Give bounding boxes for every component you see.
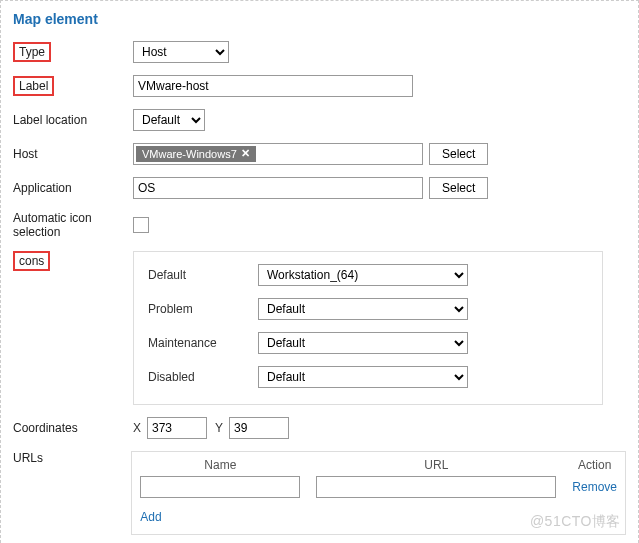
label-label: Label — [13, 76, 54, 96]
urls-header-action: Action — [564, 452, 625, 476]
type-select[interactable]: Host — [133, 41, 229, 63]
host-multiselect[interactable]: VMware-Windows7 ✕ — [133, 143, 423, 165]
label-auto-icon: Automatic icon selection — [13, 211, 133, 239]
urls-header-name: Name — [132, 452, 308, 476]
coord-x-label: X — [133, 421, 141, 435]
host-tag-text: VMware-Windows7 — [142, 148, 237, 160]
url-add-link[interactable]: Add — [140, 510, 161, 524]
application-input[interactable] — [133, 177, 423, 199]
label-type: Type — [13, 42, 51, 62]
coord-y-input[interactable] — [229, 417, 289, 439]
label-coordinates: Coordinates — [13, 421, 133, 435]
icon-disabled-select[interactable]: Default — [258, 366, 468, 388]
host-tag[interactable]: VMware-Windows7 ✕ — [136, 146, 256, 162]
icon-default-select[interactable]: Workstation_(64) — [258, 264, 468, 286]
label-location-select[interactable]: Default — [133, 109, 205, 131]
icon-maintenance-label: Maintenance — [148, 336, 258, 350]
coord-x-input[interactable] — [147, 417, 207, 439]
url-remove-link[interactable]: Remove — [572, 480, 617, 494]
page-title: Map element — [13, 11, 98, 27]
icon-maintenance-select[interactable]: Default — [258, 332, 468, 354]
urls-header-url: URL — [308, 452, 564, 476]
url-name-input[interactable] — [140, 476, 300, 498]
icon-problem-select[interactable]: Default — [258, 298, 468, 320]
coord-y-label: Y — [215, 421, 223, 435]
auto-icon-checkbox[interactable] — [133, 217, 149, 233]
host-tag-remove-icon[interactable]: ✕ — [241, 147, 250, 160]
icons-group: Default Workstation_(64) Problem Default… — [133, 251, 603, 405]
icon-disabled-label: Disabled — [148, 370, 258, 384]
urls-group: Name URL Action Remove Add — [131, 451, 626, 535]
url-row: Remove — [132, 476, 625, 506]
icon-problem-label: Problem — [148, 302, 258, 316]
label-application: Application — [13, 181, 133, 195]
icon-default-label: Default — [148, 268, 258, 282]
application-select-button[interactable]: Select — [429, 177, 488, 199]
label-urls: URLs — [13, 451, 131, 465]
label-input[interactable] — [133, 75, 413, 97]
url-url-input[interactable] — [316, 476, 556, 498]
label-label-location: Label location — [13, 113, 133, 127]
label-icons: cons — [13, 251, 50, 271]
label-host: Host — [13, 147, 133, 161]
host-select-button[interactable]: Select — [429, 143, 488, 165]
